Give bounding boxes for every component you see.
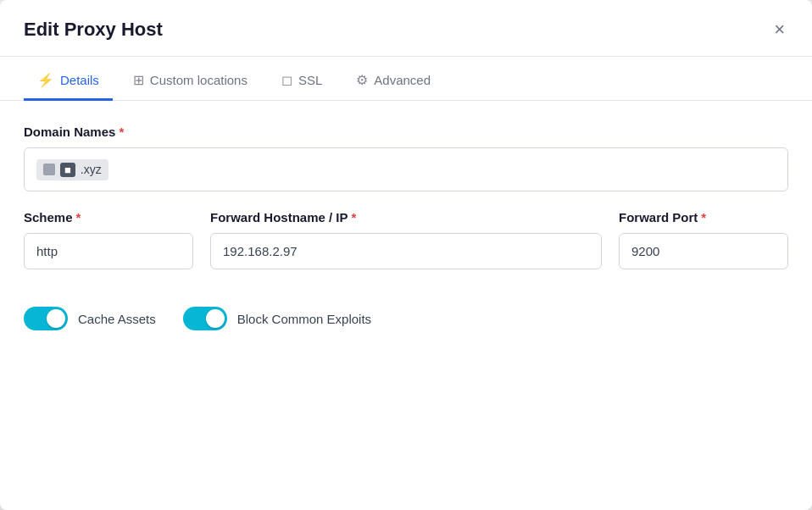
forward-port-required: * xyxy=(701,210,706,225)
forward-host-required: * xyxy=(352,210,357,225)
tab-details-label: Details xyxy=(60,73,99,87)
forward-port-label: Forward Port * xyxy=(619,210,788,225)
tab-ssl[interactable]: ◻ SSL xyxy=(268,60,336,101)
modal-header: Edit Proxy Host × xyxy=(0,0,812,57)
tab-custom-locations[interactable]: ⊞ Custom locations xyxy=(120,60,261,101)
block-exploits-toggle[interactable] xyxy=(183,307,227,330)
custom-locations-icon: ⊞ xyxy=(133,72,144,88)
block-exploits-label: Block Common Exploits xyxy=(237,312,371,326)
domain-names-input[interactable]: ■ .xyz xyxy=(24,147,788,191)
edit-proxy-host-modal: Edit Proxy Host × ⚡ Details ⊞ Custom loc… xyxy=(0,0,812,510)
domain-names-required: * xyxy=(119,125,124,139)
domain-tag-favicon xyxy=(43,164,55,175)
scheme-label: Scheme * xyxy=(24,210,193,225)
scheme-input[interactable] xyxy=(24,233,193,269)
domain-tag-suffix: .xyz xyxy=(81,163,102,176)
tab-advanced[interactable]: ⚙ Advanced xyxy=(342,60,444,101)
cache-assets-toggle[interactable] xyxy=(24,307,68,330)
cache-assets-toggle-item: Cache Assets xyxy=(24,307,156,330)
ssl-icon: ◻ xyxy=(281,72,292,88)
domain-tag: ■ .xyz xyxy=(36,159,108,180)
forward-hostname-group: Forward Hostname / IP * xyxy=(210,210,602,269)
tab-bar: ⚡ Details ⊞ Custom locations ◻ SSL ⚙ Adv… xyxy=(0,60,812,101)
advanced-icon: ⚙ xyxy=(356,72,368,88)
forward-port-input[interactable] xyxy=(619,233,788,269)
domain-names-group: Domain Names * ■ .xyz xyxy=(24,125,788,191)
cache-assets-label: Cache Assets xyxy=(78,312,156,326)
tab-ssl-label: SSL xyxy=(298,73,322,87)
cache-assets-track xyxy=(24,307,68,330)
block-exploits-track xyxy=(183,307,227,330)
close-button[interactable]: × xyxy=(770,17,788,42)
tab-advanced-label: Advanced xyxy=(374,73,431,87)
toggles-row: Cache Assets Block Common Exploits xyxy=(24,307,788,330)
scheme-group: Scheme * xyxy=(24,210,193,269)
block-exploits-toggle-item: Block Common Exploits xyxy=(183,307,371,330)
details-icon: ⚡ xyxy=(37,72,54,88)
tab-details[interactable]: ⚡ Details xyxy=(24,60,113,101)
modal-title: Edit Proxy Host xyxy=(24,19,163,41)
forward-port-group: Forward Port * xyxy=(619,210,788,269)
forward-hostname-input[interactable] xyxy=(210,233,602,269)
tab-custom-locations-label: Custom locations xyxy=(150,73,247,87)
domain-tag-name: ■ xyxy=(60,163,75,177)
domain-names-label: Domain Names * xyxy=(24,125,788,139)
scheme-required: * xyxy=(76,210,81,225)
forward-hostname-label: Forward Hostname / IP * xyxy=(210,210,602,225)
modal-body: Domain Names * ■ .xyz Scheme * xyxy=(0,101,812,354)
connection-fields-row: Scheme * Forward Hostname / IP * Forward… xyxy=(24,210,788,288)
